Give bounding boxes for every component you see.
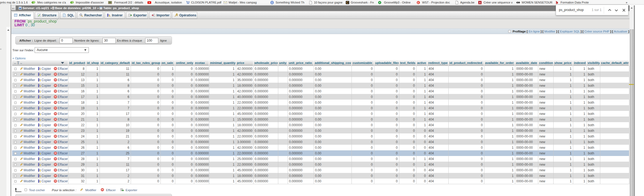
svg-text:E: E: [418, 1, 419, 4]
